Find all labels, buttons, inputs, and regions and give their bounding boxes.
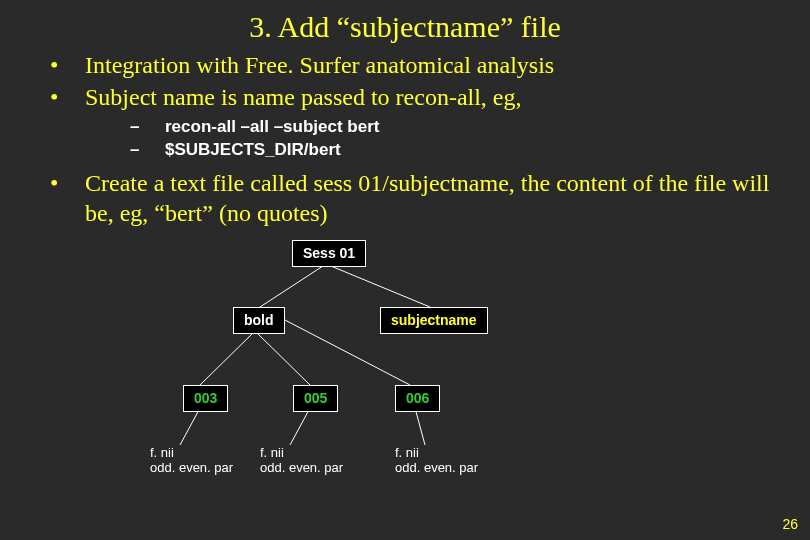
bullet-text: Subject name is name passed to recon-all… [85, 82, 790, 112]
svg-line-6 [290, 408, 310, 445]
sub-bullet-list: – recon-all –all –subject bert – $SUBJEC… [40, 116, 790, 162]
svg-line-3 [255, 331, 310, 385]
sub-bullet-text: recon-all –all –subject bert [165, 116, 379, 139]
svg-line-5 [180, 408, 200, 445]
slide-title: 3. Add “subjectname” file [0, 0, 810, 50]
bullet-item: • Create a text file called sess 01/subj… [40, 168, 790, 228]
leaf-files: f. niiodd. even. par [395, 445, 478, 476]
sub-bullet-marker: – [130, 139, 165, 162]
leaf-files: f. niiodd. even. par [260, 445, 343, 476]
bullet-item: • Integration with Free. Surfer anatomic… [40, 50, 790, 80]
bullet-text: Create a text file called sess 01/subjec… [85, 168, 790, 228]
bullet-marker: • [40, 82, 85, 112]
node-run: 006 [395, 385, 440, 412]
bullet-marker: • [40, 50, 85, 80]
bullet-item: • Subject name is name passed to recon-a… [40, 82, 790, 112]
svg-line-0 [260, 264, 326, 307]
sub-bullet-marker: – [130, 116, 165, 139]
node-run: 003 [183, 385, 228, 412]
svg-line-1 [326, 264, 430, 307]
svg-line-2 [200, 331, 255, 385]
node-run: 005 [293, 385, 338, 412]
node-root: Sess 01 [292, 240, 366, 267]
leaf-files: f. niiodd. even. par [150, 445, 233, 476]
sub-bullet-item: – $SUBJECTS_DIR/bert [130, 139, 790, 162]
bullet-list: • Integration with Free. Surfer anatomic… [0, 50, 810, 228]
sub-bullet-text: $SUBJECTS_DIR/bert [165, 139, 341, 162]
sub-bullet-item: – recon-all –all –subject bert [130, 116, 790, 139]
bullet-text: Integration with Free. Surfer anatomical… [85, 50, 790, 80]
svg-line-7 [415, 408, 425, 445]
node-subjectname: subjectname [380, 307, 488, 334]
tree-diagram: Sess 01 bold subjectname 003 005 006 f. … [0, 230, 810, 510]
bullet-marker: • [40, 168, 85, 198]
node-bold: bold [233, 307, 285, 334]
slide-number: 26 [782, 516, 798, 532]
